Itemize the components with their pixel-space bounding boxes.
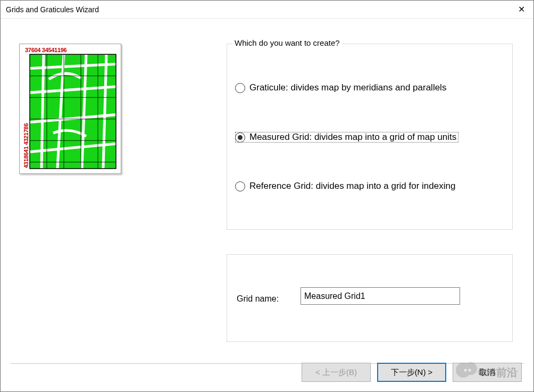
next-button[interactable]: 下一步(N) > xyxy=(377,363,446,382)
grid-name-label: Grid name: xyxy=(237,294,279,304)
wizard-buttons: < 上一步(B) 下一步(N) > 取消 xyxy=(302,363,522,382)
grid-name-group: Grid name: xyxy=(227,254,513,342)
radio-reference-grid[interactable]: Reference Grid: divides map into a grid … xyxy=(235,181,455,191)
preview-map-image xyxy=(22,47,118,171)
titlebar: Grids and Graticules Wizard ✕ xyxy=(1,1,533,19)
back-button[interactable]: < 上一步(B) xyxy=(302,363,371,382)
options-group-legend: Which do you want to create? xyxy=(232,38,342,47)
window-title: Grids and Graticules Wizard xyxy=(6,5,509,14)
radio-graticule-label: Graticule: divides map by meridians and … xyxy=(249,82,446,93)
wizard-window: Grids and Graticules Wizard ✕ 37604 3454… xyxy=(0,0,534,392)
radio-graticule[interactable]: Graticule: divides map by meridians and … xyxy=(235,82,446,93)
radio-icon xyxy=(235,132,245,143)
close-button[interactable]: ✕ xyxy=(509,1,533,18)
radio-reference-grid-label: Reference Grid: divides map into a grid … xyxy=(249,181,455,191)
radio-measured-grid[interactable]: Measured Grid: divides map into a grid o… xyxy=(235,132,458,143)
radio-icon xyxy=(235,83,245,93)
close-icon: ✕ xyxy=(518,4,525,14)
map-preview: 37604 34541196 4318641 4321786 xyxy=(19,44,121,174)
create-options-group: Which do you want to create? Graticule: … xyxy=(227,44,513,230)
cancel-button[interactable]: 取消 xyxy=(453,363,522,382)
radio-selected-dot-icon xyxy=(238,135,243,140)
radio-measured-grid-label: Measured Grid: divides map into a grid o… xyxy=(249,132,456,143)
content-area: 37604 34541196 4318641 4321786 xyxy=(1,19,533,391)
radio-icon xyxy=(235,181,245,191)
grid-name-input[interactable] xyxy=(301,287,460,305)
